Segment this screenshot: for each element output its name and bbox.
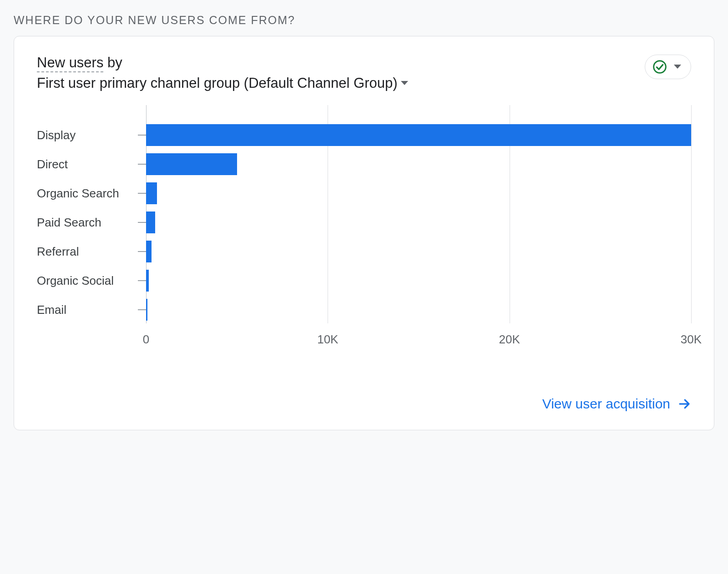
bar <box>146 124 691 146</box>
y-axis-label: Email <box>37 295 146 324</box>
checkmark-circle-icon <box>652 60 667 74</box>
y-axis-label: Organic Search <box>37 179 146 208</box>
bar-stub <box>138 164 146 165</box>
svg-point-0 <box>654 61 666 73</box>
dimension-selector[interactable]: First user primary channel group (Defaul… <box>37 75 409 91</box>
section-title: WHERE DO YOUR NEW USERS COME FROM? <box>14 14 714 27</box>
y-axis-labels: DisplayDirectOrganic SearchPaid SearchRe… <box>37 105 146 351</box>
metric-label[interactable]: New users <box>37 55 103 72</box>
y-axis-label: Referral <box>37 237 146 266</box>
chevron-down-icon <box>400 81 409 86</box>
user-acquisition-card: New users by First user primary channel … <box>14 36 714 430</box>
bar-row <box>146 150 691 179</box>
x-tick: 20K <box>499 332 520 347</box>
bar-stub <box>138 193 146 194</box>
bars <box>146 105 691 324</box>
card-title: New users by First user primary channel … <box>37 55 409 91</box>
grid-line <box>691 105 692 323</box>
bars-plot-area: 010K20K30K <box>146 105 691 351</box>
bar-stub <box>138 222 146 223</box>
card-header: New users by First user primary channel … <box>37 55 691 91</box>
bar-row <box>146 237 691 266</box>
link-text: View user acquisition <box>542 396 670 412</box>
x-tick: 10K <box>317 332 338 347</box>
bar-row <box>146 295 691 324</box>
y-axis-label: Display <box>37 121 146 150</box>
bar-stub <box>138 251 146 252</box>
bar-row <box>146 121 691 150</box>
by-text: by <box>107 55 122 70</box>
x-axis-ticks: 010K20K30K <box>146 332 691 351</box>
y-axis-label: Direct <box>37 150 146 179</box>
y-axis-label: Organic Social <box>37 266 146 295</box>
bar <box>146 211 155 233</box>
chevron-down-icon <box>673 64 682 70</box>
bar-chart: DisplayDirectOrganic SearchPaid SearchRe… <box>37 105 691 351</box>
bar <box>146 182 157 204</box>
card-footer: View user acquisition <box>37 396 691 412</box>
view-user-acquisition-link[interactable]: View user acquisition <box>542 396 691 412</box>
x-tick: 30K <box>681 332 702 347</box>
bar-row <box>146 266 691 295</box>
bar <box>146 241 152 262</box>
bar <box>146 299 147 321</box>
bar-row <box>146 208 691 237</box>
dimension-text: First user primary channel group (Defaul… <box>37 75 398 91</box>
bar-stub <box>138 309 146 310</box>
x-tick: 0 <box>143 332 149 347</box>
bar <box>146 270 149 292</box>
y-axis-label: Paid Search <box>37 208 146 237</box>
bar-stub <box>138 135 146 136</box>
bar <box>146 153 237 175</box>
status-dropdown[interactable] <box>645 55 691 79</box>
bar-row <box>146 179 691 208</box>
arrow-right-icon <box>677 397 691 411</box>
metric-text: New users <box>37 55 103 70</box>
bar-stub <box>138 280 146 281</box>
